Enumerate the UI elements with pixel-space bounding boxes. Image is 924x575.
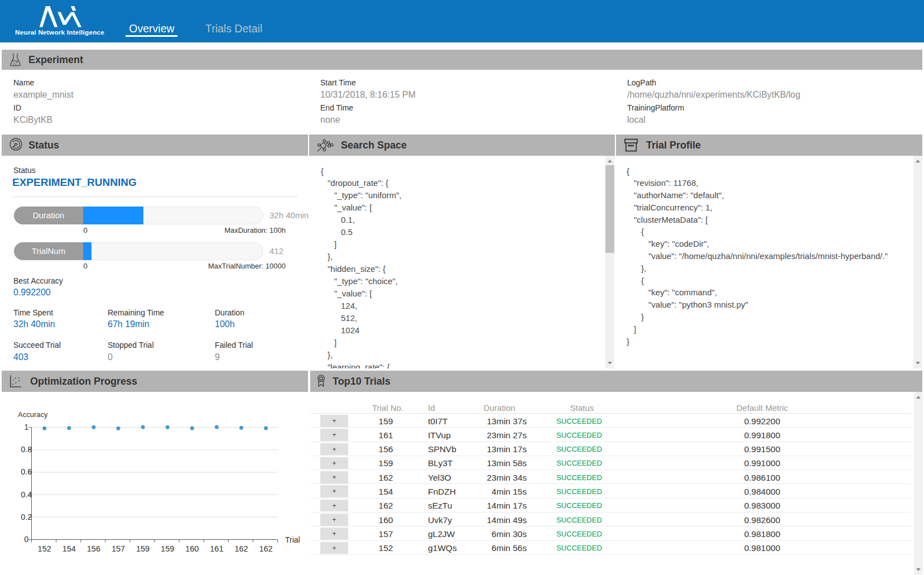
svg-text:Accuracy: Accuracy: [18, 410, 48, 419]
svg-text:Trial: Trial: [285, 535, 300, 544]
svg-text:154: 154: [62, 544, 76, 553]
svg-text:160: 160: [185, 544, 199, 553]
svg-text:0.6: 0.6: [21, 467, 32, 476]
svg-text:159: 159: [136, 544, 150, 553]
svg-text:159: 159: [161, 544, 174, 553]
svg-text:156: 156: [87, 544, 100, 553]
svg-text:0.4: 0.4: [21, 490, 32, 499]
svg-text:157: 157: [112, 544, 125, 553]
svg-text:0: 0: [24, 535, 28, 544]
svg-text:0.8: 0.8: [21, 445, 32, 454]
svg-text:162: 162: [259, 544, 272, 553]
svg-text:152: 152: [38, 544, 51, 553]
svg-text:1: 1: [24, 423, 28, 432]
svg-text:161: 161: [210, 544, 223, 553]
svg-text:162: 162: [234, 544, 248, 553]
svg-text:0.2: 0.2: [21, 512, 32, 521]
